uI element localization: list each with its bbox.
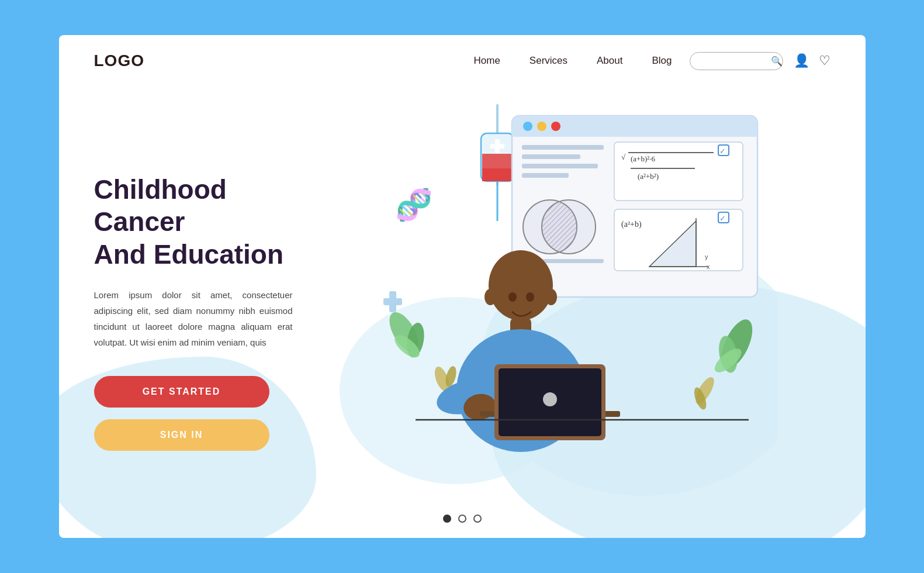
iv-liquid-bottom — [482, 168, 513, 181]
navigation: Home Services About Blog — [473, 55, 672, 67]
math-formula-numerator: (a+b)²·6 — [631, 154, 655, 163]
person-ear-right — [545, 289, 557, 305]
person-eye-right — [526, 292, 534, 302]
person-ear-left — [485, 289, 496, 305]
hero-description: Lorem ipsum dolor sit amet, consectetuer… — [94, 287, 293, 350]
browser-checkmark-1: ✓ — [719, 147, 726, 156]
pagination-dot-2[interactable] — [458, 515, 466, 523]
browser-dot-red — [551, 122, 560, 131]
right-panel: 🧬 ♡ — [340, 87, 866, 538]
browser-line-2 — [522, 154, 580, 159]
main-page: LOGO Home Services About Blog 🔍 👤 ♡ Chil… — [59, 35, 866, 538]
y-axis-label: y — [705, 253, 708, 260]
header: LOGO Home Services About Blog 🔍 👤 ♡ — [59, 35, 866, 87]
left-panel: Childhood Cancer And Education Lorem ips… — [59, 87, 340, 538]
browser-titlebar-bottom — [512, 126, 757, 137]
iv-cross-h — [490, 144, 504, 149]
nav-blog[interactable]: Blog — [652, 55, 672, 67]
pagination — [443, 505, 482, 532]
dna-icon: 🧬 — [395, 187, 433, 223]
math-formula-denominator: (a²+b²) — [638, 172, 659, 181]
header-icons: 👤 ♡ — [794, 53, 830, 68]
illustration-svg: 🧬 ♡ — [340, 87, 778, 496]
sign-in-button[interactable]: SIGN IN — [94, 419, 269, 451]
wishlist-icon[interactable]: ♡ — [819, 53, 830, 68]
hero-title: Childhood Cancer And Education — [94, 174, 304, 271]
get-started-button[interactable]: GET STARTED — [94, 376, 269, 408]
person-head — [489, 250, 553, 320]
browser-dot-yellow — [537, 122, 546, 131]
person-eye-left — [508, 292, 517, 302]
nav-services[interactable]: Services — [530, 55, 567, 67]
logo: LOGO — [94, 51, 144, 70]
pagination-dot-3[interactable] — [473, 515, 482, 523]
search-icon: 🔍 — [771, 56, 783, 67]
nav-about[interactable]: About — [597, 55, 622, 67]
search-box[interactable]: 🔍 — [690, 52, 783, 70]
browser-line-1 — [522, 145, 604, 150]
math-formula-2: (a²+b) — [621, 220, 642, 229]
browser-line-3 — [522, 164, 598, 168]
browser-line-4 — [522, 173, 569, 178]
user-icon[interactable]: 👤 — [794, 53, 809, 68]
browser-dot-blue — [523, 122, 532, 131]
math-formula-sqrt: √ — [621, 153, 626, 161]
search-input[interactable] — [697, 56, 767, 65]
main-content: Childhood Cancer And Education Lorem ips… — [59, 87, 866, 538]
svg-rect-3 — [383, 298, 402, 305]
browser-checkmark-2: ✓ — [719, 214, 726, 223]
nav-home[interactable]: Home — [473, 55, 500, 67]
laptop-logo — [543, 392, 557, 406]
x-axis-label: x — [707, 263, 710, 270]
pagination-dot-1[interactable] — [443, 515, 451, 523]
